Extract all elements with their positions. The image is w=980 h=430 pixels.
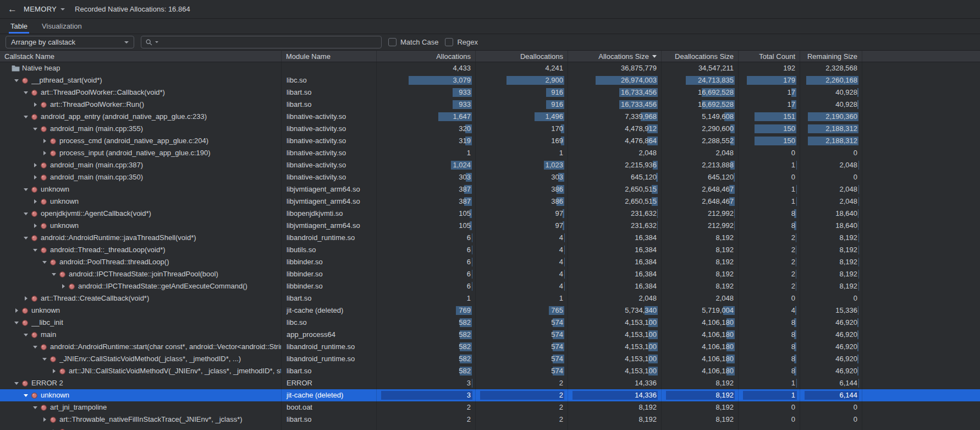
- expand-chevron-icon[interactable]: [31, 224, 39, 228]
- expand-chevron-icon[interactable]: [31, 102, 39, 107]
- tab-table[interactable]: Table: [3, 19, 35, 34]
- method-icon: [48, 259, 58, 266]
- column-header-remaining-size[interactable]: Remaining Size: [800, 51, 862, 62]
- regex-option[interactable]: Regex: [445, 38, 478, 46]
- row-filler: [862, 329, 980, 341]
- table-row[interactable]: android::AndroidRuntime::start(char cons…: [0, 341, 980, 353]
- regex-checkbox[interactable]: [445, 38, 453, 46]
- collapse-chevron-icon[interactable]: [50, 273, 58, 276]
- expand-chevron-icon[interactable]: [41, 417, 48, 422]
- method-icon: [39, 404, 48, 411]
- tab-visualization[interactable]: Visualization: [35, 19, 89, 34]
- allocations-size-cell: 2,215,936: [568, 159, 662, 171]
- allocations-size-cell: 231,632: [568, 208, 662, 220]
- collapse-chevron-icon[interactable]: [41, 261, 48, 264]
- expand-chevron-icon[interactable]: [50, 369, 58, 373]
- collapse-chevron-icon[interactable]: [22, 188, 30, 191]
- collapse-chevron-icon[interactable]: [22, 237, 30, 240]
- table-row[interactable]: art::Thread::CreateCallback(void*)libart…: [0, 292, 980, 304]
- remaining-size-value: 40,928: [835, 99, 857, 111]
- table-row[interactable]: _JNIEnv::CallStaticVoidMethod(_jclass*, …: [0, 353, 980, 365]
- deallocations-cell: 4: [476, 280, 568, 292]
- search-icon: [145, 39, 153, 46]
- callstack-cell: [0, 426, 282, 430]
- search-field[interactable]: [141, 36, 382, 48]
- expand-chevron-icon[interactable]: [41, 151, 48, 155]
- column-header-deallocations[interactable]: Deallocations: [476, 51, 568, 62]
- table-row[interactable]: android_main (main.cpp:355)libnative-act…: [0, 123, 980, 135]
- table-row[interactable]: unknownjit-cache (deleted)7697655,734,34…: [0, 304, 980, 317]
- total-count-value: 17: [788, 99, 795, 111]
- total-count-cell: 150: [739, 123, 800, 135]
- table-row[interactable]: android::PoolThread::threadLoop()libbind…: [0, 256, 980, 268]
- collapse-chevron-icon[interactable]: [22, 91, 30, 94]
- table-row[interactable]: unknownlibjvmtiagent_arm64.so3873862,650…: [0, 183, 980, 195]
- table-row[interactable]: unknownjit-cache (deleted)3214,3368,1921…: [0, 389, 980, 401]
- collapse-chevron-icon[interactable]: [22, 394, 30, 397]
- allocations-value: 582: [459, 365, 471, 377]
- table-row[interactable]: android_app_entry (android_native_app_gl…: [0, 111, 980, 123]
- collapse-chevron-icon[interactable]: [31, 406, 39, 409]
- collapse-chevron-icon[interactable]: [31, 249, 39, 252]
- collapse-chevron-icon[interactable]: [41, 358, 48, 361]
- column-header-allocations-size[interactable]: Allocations Size: [568, 51, 662, 62]
- table-row[interactable]: android::Thread::_threadLoop(void*)libut…: [0, 244, 980, 256]
- table-row[interactable]: art::JNI::CallStaticVoidMethodV(_JNIEnv*…: [0, 365, 980, 377]
- collapse-chevron-icon[interactable]: [13, 382, 20, 385]
- table-row[interactable]: Native heap4,4334,24136,875,77934,547,21…: [0, 62, 980, 74]
- expand-chevron-icon[interactable]: [31, 199, 39, 204]
- table-row[interactable]: android::IPCThreadState::joinThreadPool(…: [0, 268, 980, 280]
- table-row[interactable]: __pthread_start(void*)libc.so3,0792,9002…: [0, 74, 980, 86]
- arrange-dropdown[interactable]: Arrange by callstack: [5, 36, 134, 48]
- callstack-name: android::AndroidRuntime::javaThreadShell…: [41, 232, 196, 244]
- allocations-cell: 582: [377, 341, 476, 353]
- match-case-option[interactable]: Match Case: [388, 38, 438, 46]
- search-history-chevron-icon[interactable]: [155, 41, 158, 43]
- table-row[interactable]: art_jni_trampolineboot.oat228,1928,19200: [0, 401, 980, 413]
- table-row[interactable]: android::IPCThreadState::getAndExecuteCo…: [0, 280, 980, 292]
- table-row[interactable]: art::Throwable_nativeFillInStackTrace(_J…: [0, 413, 980, 426]
- table-row[interactable]: ERROR 2ERROR3214,3368,19216,144: [0, 377, 980, 389]
- collapse-chevron-icon[interactable]: [31, 128, 39, 130]
- total-count-value: 4: [791, 304, 795, 317]
- table-row[interactable]: process_cmd (android_native_app_glue.c:2…: [0, 135, 980, 147]
- table-row[interactable]: process_input (android_native_app_glue.c…: [0, 147, 980, 159]
- column-header-allocations[interactable]: Allocations: [377, 51, 476, 62]
- collapse-chevron-icon[interactable]: [22, 334, 30, 336]
- back-button[interactable]: ←: [8, 4, 17, 14]
- allocations-value: 303: [459, 171, 471, 183]
- table-row[interactable]: android_main (main.cpp:350)libnative-act…: [0, 171, 980, 183]
- table-row[interactable]: unknownlibjvmtiagent_arm64.so3873862,650…: [0, 195, 980, 208]
- table-row[interactable]: unknownlibjvmtiagent_arm64.so10597231,63…: [0, 220, 980, 232]
- table-row[interactable]: openjdkjvmti::AgentCallback(void*)libope…: [0, 208, 980, 220]
- collapse-chevron-icon[interactable]: [22, 116, 30, 118]
- column-header-module-name[interactable]: Module Name: [282, 51, 377, 62]
- expand-chevron-icon[interactable]: [31, 163, 39, 167]
- column-header-total-count[interactable]: Total Count: [739, 51, 800, 62]
- collapse-chevron-icon[interactable]: [22, 213, 30, 215]
- deallocations-cell: 4: [476, 256, 568, 268]
- match-case-checkbox[interactable]: [388, 38, 397, 46]
- table-row[interactable]: mainapp_process645825744,153,1004,106,18…: [0, 329, 980, 341]
- column-header-deallocations-size[interactable]: Deallocations Size: [662, 51, 739, 62]
- collapse-chevron-icon[interactable]: [31, 346, 39, 349]
- table-row[interactable]: art::ThreadPoolWorker::Run()libart.so933…: [0, 99, 980, 111]
- expand-chevron-icon[interactable]: [41, 139, 48, 143]
- expand-chevron-icon[interactable]: [22, 296, 30, 301]
- expand-chevron-icon[interactable]: [13, 308, 20, 313]
- expand-chevron-icon[interactable]: [59, 284, 67, 289]
- total-count-cell: 1: [739, 389, 800, 401]
- table-row[interactable]: __libc_initlibc.so5825744,153,1004,106,1…: [0, 317, 980, 329]
- expand-chevron-icon[interactable]: [31, 175, 39, 179]
- table-row[interactable]: android::AndroidRuntime::javaThreadShell…: [0, 232, 980, 244]
- session-selector[interactable]: MEMORY: [24, 5, 65, 13]
- table-row[interactable]: art::ThreadPoolWorker::Callback(void*)li…: [0, 86, 980, 99]
- table-row[interactable]: [0, 426, 980, 430]
- search-input[interactable]: [161, 38, 377, 46]
- value-bar: [857, 355, 858, 363]
- table-row[interactable]: android_main (main.cpp:387)libnative-act…: [0, 159, 980, 171]
- allocations-cell: 4,433: [377, 62, 476, 74]
- collapse-chevron-icon[interactable]: [13, 322, 20, 324]
- collapse-chevron-icon[interactable]: [13, 79, 20, 82]
- column-header-callstack-name[interactable]: Callstack Name: [0, 51, 282, 62]
